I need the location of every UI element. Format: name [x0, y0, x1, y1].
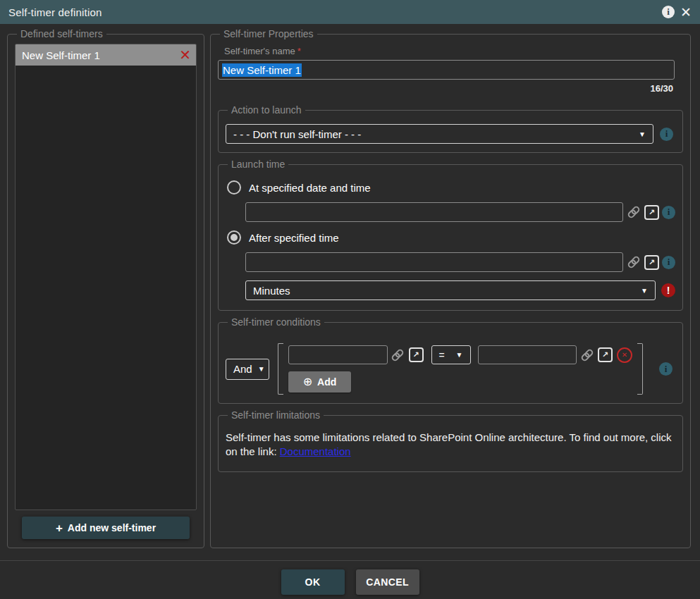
after-time-input[interactable] [245, 252, 623, 272]
radio-after-label: After specified time [249, 232, 339, 244]
datetime-info-icon[interactable]: i [662, 206, 675, 219]
radio-at-specified-datetime[interactable] [227, 180, 241, 194]
self-timer-conditions-legend: Self-timer conditions [228, 316, 324, 328]
comparator-dropdown[interactable]: = ▼ [431, 345, 471, 364]
self-timer-limitations-legend: Self-timer limitations [228, 409, 324, 421]
add-condition-button[interactable]: ⊕ Add [288, 371, 351, 393]
time-unit-row: Minutes ▼ ! [245, 280, 675, 300]
chevron-down-icon: ▼ [252, 365, 265, 373]
chevron-down-icon: ▼ [635, 287, 648, 295]
ok-button[interactable]: OK [281, 569, 345, 595]
action-dropdown[interactable]: - - - Don't run self-timer - - - ▼ [226, 124, 653, 144]
comparator-value: = [439, 350, 445, 361]
circled-plus-icon: ⊕ [303, 376, 312, 388]
condition-left-input[interactable] [288, 345, 388, 364]
link-variable-icon[interactable] [390, 347, 406, 363]
cancel-button[interactable]: CANCEL [356, 569, 419, 595]
radio-after-specified-time[interactable] [227, 230, 241, 245]
defined-self-timers-group: Defined self-timers New Self-timer 1 ✕ +… [7, 28, 204, 548]
condition-row: And ▼ ↗ [226, 343, 675, 395]
launch-time-group: Launch time At specified date and time ↗… [218, 159, 683, 311]
char-counter: 16/30 [218, 83, 673, 94]
time-unit-dropdown[interactable]: Minutes ▼ [245, 280, 656, 300]
add-condition-label: Add [317, 376, 336, 388]
self-timer-name-input[interactable]: New Self-timer 1 [218, 60, 675, 80]
required-asterisk: * [297, 46, 301, 56]
radio-row-datetime: At specified date and time [227, 180, 675, 194]
add-new-self-timer-button[interactable]: + Add new self-timer [22, 517, 190, 539]
conditions-info-icon[interactable]: i [659, 362, 673, 376]
title-bar: Self-timer definition i ✕ [0, 0, 700, 24]
condition-body: ↗ = ▼ ↗ ✕ [288, 343, 632, 395]
chevron-down-icon: ▼ [633, 130, 646, 138]
after-time-info-icon[interactable]: i [662, 256, 675, 269]
after-time-input-row: ↗ i [245, 252, 675, 272]
time-unit-value: Minutes [253, 285, 290, 297]
validation-error-icon: ! [661, 283, 675, 297]
action-to-launch-legend: Action to launch [228, 104, 305, 116]
defined-self-timers-legend: Defined self-timers [17, 28, 106, 39]
action-dropdown-value: - - - Don't run self-timer - - - [233, 128, 361, 140]
remove-condition-icon[interactable]: ✕ [617, 347, 632, 363]
open-in-new-icon[interactable]: ↗ [644, 255, 659, 270]
dialog-footer: OK CANCEL [0, 560, 700, 599]
condition-operator-dropdown[interactable]: And ▼ [226, 359, 269, 380]
list-item-self-timer[interactable]: New Self-timer 1 ✕ [16, 44, 196, 66]
plus-icon: + [56, 522, 63, 534]
condition-right-input[interactable] [478, 345, 577, 364]
self-timer-properties-legend: Self-timer Properties [220, 28, 317, 39]
add-new-self-timer-label: Add new self-timer [68, 522, 156, 533]
help-info-icon[interactable]: i [662, 6, 675, 18]
limitations-text: Self-timer has some limitations related … [226, 431, 675, 459]
close-icon[interactable]: ✕ [680, 6, 692, 19]
radio-datetime-label: At specified date and time [249, 182, 371, 194]
selected-input-text: New Self-timer 1 [222, 63, 302, 77]
action-to-launch-group: Action to launch - - - Don't run self-ti… [218, 104, 683, 153]
self-timer-name-label: Self-timer's name* [224, 46, 683, 56]
link-variable-icon[interactable] [625, 204, 641, 221]
link-variable-icon[interactable] [625, 254, 641, 271]
self-timer-properties-group: Self-timer Properties Self-timer's name*… [210, 28, 691, 548]
dialog-content: Defined self-timers New Self-timer 1 ✕ +… [0, 24, 700, 548]
launch-time-legend: Launch time [228, 159, 288, 170]
list-item-label: New Self-timer 1 [22, 49, 100, 61]
self-timer-conditions-group: Self-timer conditions And ▼ [218, 316, 683, 404]
self-timer-list: New Self-timer 1 ✕ [15, 44, 197, 510]
datetime-input[interactable] [245, 202, 623, 222]
self-timer-definition-dialog: Self-timer definition i ✕ Defined self-t… [0, 0, 700, 599]
delete-self-timer-icon[interactable]: ✕ [179, 48, 191, 62]
open-in-new-icon[interactable]: ↗ [644, 205, 659, 220]
condition-expression-row: ↗ = ▼ ↗ ✕ [288, 345, 632, 364]
bracket-right [637, 343, 643, 395]
bracket-left [278, 343, 283, 395]
dialog-title: Self-timer definition [8, 6, 102, 18]
radio-row-after-time: After specified time [227, 230, 675, 245]
open-in-new-icon[interactable]: ↗ [598, 347, 613, 362]
documentation-link[interactable]: Documentation [280, 445, 351, 457]
datetime-input-row: ↗ i [245, 202, 675, 222]
condition-operator-value: And [233, 363, 252, 375]
condition-add-row: ⊕ Add [288, 371, 632, 393]
link-variable-icon[interactable] [579, 347, 595, 363]
open-in-new-icon[interactable]: ↗ [409, 347, 424, 362]
action-info-icon[interactable]: i [660, 128, 673, 141]
action-row: - - - Don't run self-timer - - - ▼ i [226, 124, 675, 144]
chevron-down-icon: ▼ [450, 351, 463, 359]
self-timer-limitations-group: Self-timer limitations Self-timer has so… [218, 409, 683, 472]
